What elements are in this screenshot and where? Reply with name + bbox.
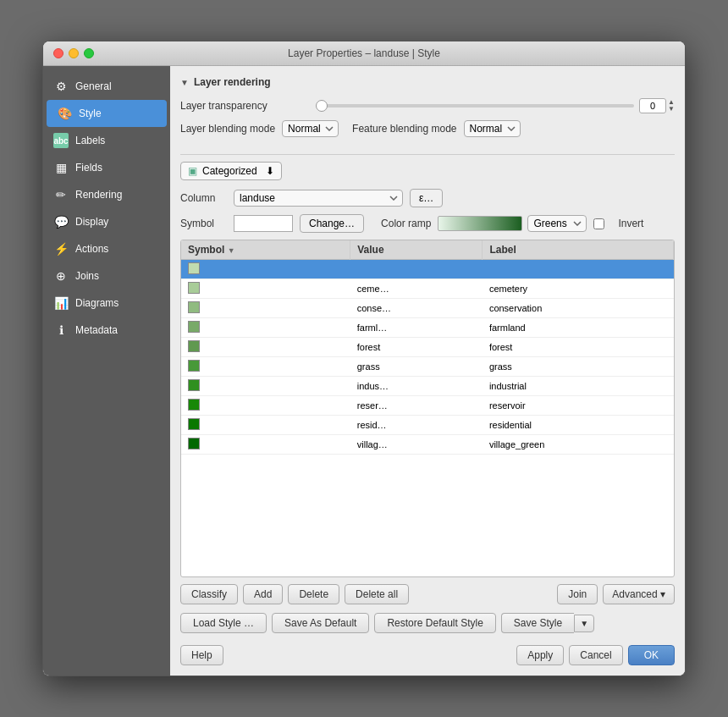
delete-all-button[interactable]: Delete all — [345, 584, 409, 604]
layer-blending-select[interactable]: Normal — [282, 120, 339, 137]
sidebar-item-style[interactable]: 🎨 Style — [47, 100, 167, 127]
invert-label: Invert — [618, 218, 643, 229]
symbol-cell — [181, 299, 350, 318]
table-header-row: Symbol ▼ Value Label — [181, 240, 674, 260]
transparency-spinbox: ▲ ▼ — [639, 98, 675, 113]
value-cell — [350, 260, 483, 279]
apply-button[interactable]: Apply — [516, 645, 564, 665]
advanced-label: Advanced ▾ — [612, 588, 665, 600]
symbol-row: Symbol Change… Color ramp Greens Invert — [180, 214, 675, 233]
table-row[interactable]: ceme…cemetery — [181, 279, 674, 299]
bottom-buttons-row: Help Apply Cancel OK — [180, 642, 675, 665]
spin-arrows: ▲ ▼ — [668, 99, 675, 113]
add-button[interactable]: Add — [243, 584, 283, 604]
label-cell: reservoir — [483, 396, 674, 416]
table-row[interactable]: villag…village_green — [181, 435, 674, 455]
classify-button[interactable]: Classify — [180, 584, 238, 604]
save-style-container: Save Style ▼ — [501, 613, 594, 633]
spin-down[interactable]: ▼ — [668, 106, 675, 113]
save-style-dropdown[interactable]: ▼ — [574, 615, 594, 632]
sidebar-item-actions[interactable]: ⚡ Actions — [43, 235, 170, 262]
save-style-button[interactable]: Save Style — [501, 613, 574, 633]
sidebar-item-display[interactable]: 💬 Display — [43, 208, 170, 235]
symbol-cell — [181, 318, 350, 338]
color-ramp-select[interactable]: Greens — [527, 215, 587, 232]
help-button[interactable]: Help — [180, 645, 223, 665]
cancel-button[interactable]: Cancel — [569, 645, 622, 665]
label-cell: conservation — [483, 299, 674, 318]
value-cell: indus… — [350, 377, 483, 396]
renderer-row: ▣ Categorized ⬇ — [180, 162, 675, 180]
sidebar-item-joins[interactable]: ⊕ Joins — [43, 262, 170, 290]
table-body: ceme…cemeteryconse…conservationfarml…far… — [181, 260, 674, 455]
sidebar-item-joins-label: Joins — [75, 270, 99, 282]
expression-button[interactable]: ε… — [410, 189, 443, 207]
symbol-cell — [181, 279, 350, 299]
ok-button[interactable]: OK — [628, 645, 675, 665]
table-row[interactable] — [181, 260, 674, 279]
sidebar-item-labels[interactable]: abc Labels — [43, 127, 170, 154]
label-cell: industrial — [483, 377, 674, 396]
table-row[interactable]: forestforest — [181, 338, 674, 357]
col-label: Label — [483, 240, 674, 260]
table-row[interactable]: conse…conservation — [181, 299, 674, 318]
maximize-button[interactable] — [84, 48, 94, 58]
table-row[interactable]: reser…reservoir — [181, 396, 674, 416]
renderer-type-select[interactable]: ▣ Categorized ⬇ — [180, 162, 282, 180]
load-style-button[interactable]: Load Style … — [180, 613, 267, 633]
table-row[interactable]: resid…residential — [181, 416, 674, 435]
renderer-dropdown-icon: ⬇ — [266, 165, 274, 177]
sidebar-item-display-label: Display — [75, 216, 108, 228]
restore-default-button[interactable]: Restore Default Style — [374, 613, 495, 633]
table-row[interactable]: indus…industrial — [181, 377, 674, 396]
symbol-cell — [181, 338, 350, 357]
labels-icon: abc — [53, 133, 69, 148]
divider-1 — [180, 154, 675, 155]
sidebar-item-style-label: Style — [79, 108, 102, 119]
label-cell: forest — [483, 338, 674, 357]
transparency-slider[interactable] — [316, 104, 634, 108]
transparency-label: Layer transparency — [180, 100, 316, 112]
table-row[interactable]: farml…farmland — [181, 318, 674, 338]
delete-button[interactable]: Delete — [288, 584, 339, 604]
change-button[interactable]: Change… — [300, 214, 364, 233]
value-cell: forest — [350, 338, 483, 357]
label-cell — [483, 260, 674, 279]
column-row: Column landuse ε… — [180, 189, 675, 207]
column-select[interactable]: landuse — [234, 190, 403, 207]
feature-blending-group: Feature blending mode Normal — [352, 120, 520, 137]
feature-blending-select[interactable]: Normal — [464, 120, 521, 137]
advanced-button[interactable]: Advanced ▾ — [603, 584, 675, 604]
save-as-default-button[interactable]: Save As Default — [272, 613, 369, 633]
symbol-cell — [181, 377, 350, 396]
window-title: Layer Properties – landuse | Style — [288, 47, 440, 59]
minimize-button[interactable] — [69, 48, 79, 58]
actions-icon: ⚡ — [53, 241, 69, 256]
style-icon: 🎨 — [57, 106, 72, 121]
collapse-icon[interactable]: ▼ — [180, 78, 189, 87]
fields-icon: ▦ — [53, 160, 69, 175]
label-cell: grass — [483, 357, 674, 377]
color-ramp-label: Color ramp — [381, 218, 431, 229]
transparency-value[interactable] — [639, 98, 666, 113]
sidebar-item-fields[interactable]: ▦ Fields — [43, 154, 170, 181]
categorized-icon: ▣ — [188, 165, 197, 177]
sidebar-item-rendering[interactable]: ✏ Rendering — [43, 181, 170, 208]
table-row[interactable]: grassgrass — [181, 357, 674, 377]
categories-table: Symbol ▼ Value Label ceme…cemeteryconse…… — [181, 240, 674, 455]
rendering-icon: ✏ — [53, 187, 69, 202]
renderer-select-container: ▣ Categorized ⬇ — [180, 162, 675, 180]
sidebar-item-general[interactable]: ⚙ General — [43, 73, 170, 100]
transparency-slider-container: ▲ ▼ — [316, 98, 675, 113]
sidebar-item-diagrams[interactable]: 📊 Diagrams — [43, 290, 170, 317]
invert-checkbox[interactable] — [593, 218, 604, 229]
sidebar-item-metadata[interactable]: ℹ Metadata — [43, 317, 170, 344]
sort-icon[interactable]: ▼ — [228, 246, 235, 255]
close-button[interactable] — [53, 48, 63, 58]
sidebar-item-rendering-label: Rendering — [75, 189, 122, 201]
join-button[interactable]: Join — [557, 584, 598, 604]
symbol-cell — [181, 435, 350, 455]
renderer-type-label: Categorized — [202, 165, 257, 177]
metadata-icon: ℹ — [53, 323, 69, 338]
value-cell: grass — [350, 357, 483, 377]
